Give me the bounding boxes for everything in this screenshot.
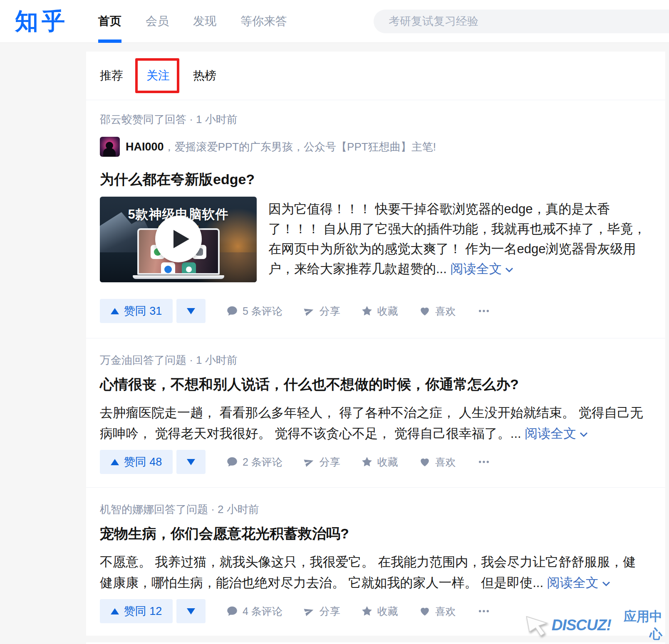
ellipsis-icon — [477, 305, 491, 317]
ellipsis-icon — [477, 605, 491, 617]
comment-icon — [226, 456, 238, 468]
read-more-link[interactable]: 阅读全文 — [525, 426, 576, 441]
zhihu-logo[interactable]: 知乎 — [15, 10, 68, 33]
app-icon — [182, 262, 196, 273]
comments-button[interactable]: 2 条评论 — [226, 455, 282, 469]
more-options-button[interactable] — [477, 605, 491, 617]
heart-icon — [419, 305, 431, 317]
tab-recommend[interactable]: 推荐 — [100, 68, 123, 84]
feed-tabbar: 推荐 关注 热榜 — [86, 52, 665, 100]
feed-item-meta: 机智的娜娜回答了问题 · 2 小时前 — [100, 488, 647, 516]
action-bar: 赞同 31 5 条评论 分享 收藏 喜欢 — [100, 299, 647, 323]
tab-follow[interactable]: 关注 — [146, 68, 170, 84]
play-button[interactable] — [155, 216, 202, 262]
like-button[interactable]: 喜欢 — [419, 605, 456, 618]
question-title[interactable]: 宠物生病，你们会愿意花光积蓄救治吗? — [100, 525, 647, 542]
downvote-icon — [187, 608, 195, 614]
upvote-icon — [111, 308, 119, 314]
share-icon — [302, 604, 316, 618]
ellipsis-icon — [477, 456, 491, 468]
nav-item-home[interactable]: 首页 — [98, 0, 121, 43]
chevron-down-icon — [602, 581, 610, 587]
answer-excerpt: 去肿瘤医院走一趟， 看看那么多年轻人， 得了各种不治之症， 人生没开始就结束。 … — [100, 402, 647, 444]
heart-icon — [419, 605, 431, 617]
upvote-button[interactable]: 赞同 31 — [100, 299, 173, 323]
read-more-link[interactable]: 阅读全文 — [547, 575, 599, 590]
comments-button[interactable]: 5 条评论 — [226, 304, 282, 318]
question-title[interactable]: 为什么都在夸新版edge? — [100, 171, 647, 188]
search-box[interactable] — [374, 10, 669, 33]
chevron-down-icon — [580, 432, 588, 437]
favorite-button[interactable]: 收藏 — [361, 304, 398, 318]
author-row: HAI000 ，爱摇滚爱PPT的广东男孩，公众号【PPT狂想曲】主笔! — [100, 137, 647, 157]
avatar[interactable] — [100, 137, 120, 157]
question-title[interactable]: 心情很丧，不想和别人说话，什么也不想做的时候，你通常怎么办? — [100, 376, 647, 392]
feed-card: 推荐 关注 热榜 邵云蛟赞同了回答 · 1 小时前 HAI000 ，爱摇滚爱PP… — [86, 52, 665, 636]
heart-icon — [419, 456, 431, 468]
upvote-icon — [111, 608, 119, 614]
answer-content: 5款神级电脑软件 用了离不开 — [100, 197, 647, 282]
app-icon — [161, 262, 175, 273]
share-button[interactable]: 分享 — [303, 455, 340, 469]
like-button[interactable]: 喜欢 — [419, 304, 456, 318]
tab-hot[interactable]: 热榜 — [193, 68, 216, 84]
feed-item-2: 万金油回答了问题 · 1 小时前 心情很丧，不想和别人说话，什么也不想做的时候，… — [86, 338, 665, 487]
top-nav: 首页 会员 发现 等你来答 — [98, 0, 311, 43]
feed-item-meta: 邵云蛟赞同了回答 · 1 小时前 — [100, 100, 647, 126]
comment-icon — [226, 605, 238, 617]
downvote-button[interactable] — [176, 599, 206, 623]
action-bar: 赞同 48 2 条评论 分享 收藏 喜欢 — [100, 450, 647, 474]
downvote-icon — [187, 308, 195, 314]
downvote-icon — [187, 459, 195, 465]
author-name[interactable]: HAI000 — [126, 141, 164, 153]
nav-item-vip[interactable]: 会员 — [146, 0, 169, 43]
author-bio: ，爱摇滚爱PPT的广东男孩，公众号【PPT狂想曲】主笔! — [164, 140, 436, 154]
upvote-icon — [111, 459, 119, 465]
comments-button[interactable]: 4 条评论 — [226, 605, 282, 618]
upvote-button[interactable]: 赞同 48 — [100, 450, 173, 474]
answer-excerpt: 因为它值得！！！ 快要干掉谷歌浏览器的edge，真的是太香了！！！ 自从用了它强… — [268, 197, 647, 282]
more-options-button[interactable] — [477, 456, 491, 468]
share-icon — [302, 303, 316, 318]
next-card-top — [86, 642, 665, 644]
share-button[interactable]: 分享 — [303, 605, 340, 618]
downvote-button[interactable] — [176, 299, 206, 323]
answer-excerpt: 不愿意。 我养过猫，就我头像这只，我很爱它。 在我能力范围内，我会尽力让它舒舒服… — [100, 552, 647, 593]
search-input[interactable] — [389, 15, 655, 28]
feed-item-meta: 万金油回答了问题 · 1 小时前 — [100, 338, 647, 367]
more-options-button[interactable] — [477, 305, 491, 317]
comment-icon — [226, 305, 238, 317]
nav-item-discover[interactable]: 发现 — [193, 0, 216, 43]
feed-item-1: 邵云蛟赞同了回答 · 1 小时前 HAI000 ，爱摇滚爱PPT的广东男孩，公众… — [86, 100, 665, 338]
star-icon — [361, 605, 373, 617]
like-button[interactable]: 喜欢 — [419, 455, 456, 469]
top-header: 知乎 首页 会员 发现 等你来答 — [0, 0, 669, 43]
favorite-button[interactable]: 收藏 — [361, 455, 398, 469]
downvote-button[interactable] — [176, 450, 206, 474]
feed-item-3: 机智的娜娜回答了问题 · 2 小时前 宠物生病，你们会愿意花光积蓄救治吗? 不愿… — [86, 487, 665, 636]
star-icon — [361, 456, 373, 468]
share-button[interactable]: 分享 — [303, 304, 340, 318]
share-icon — [302, 454, 316, 469]
favorite-button[interactable]: 收藏 — [361, 605, 398, 618]
chevron-down-icon — [505, 267, 513, 273]
action-bar: 赞同 12 4 条评论 分享 收藏 喜欢 — [100, 599, 647, 623]
video-thumbnail[interactable]: 5款神级电脑软件 用了离不开 — [100, 197, 257, 282]
upvote-button[interactable]: 赞同 12 — [100, 599, 173, 623]
star-icon — [361, 305, 373, 317]
nav-item-waiting-answer[interactable]: 等你来答 — [240, 0, 287, 43]
read-more-link[interactable]: 阅读全文 — [450, 262, 502, 276]
